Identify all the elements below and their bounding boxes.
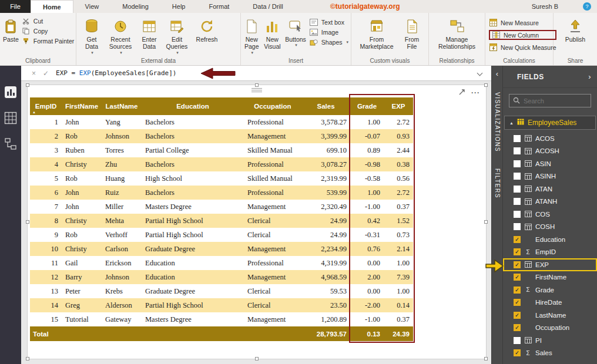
dax-formula[interactable]: EXP = EXP(EmployeeSales[Grade]) <box>56 69 176 77</box>
tab-file[interactable]: File <box>0 0 31 13</box>
formula-bar[interactable]: × ✓ EXP = EXP(EmployeeSales[Grade]) <box>21 66 491 81</box>
field-checkbox[interactable] <box>514 198 521 205</box>
column-header[interactable]: Grade <box>350 97 384 115</box>
resize-handle[interactable] <box>255 357 259 360</box>
table-visual-container[interactable]: ··· EmpID▲FirstNameLastNameEducationOccu… <box>27 85 487 359</box>
field-item-grade[interactable]: ✓ΣGrade <box>503 284 597 296</box>
field-item-acosh[interactable]: ACOSH <box>503 145 597 158</box>
copy-button[interactable]: Copy <box>22 28 74 35</box>
resize-handle[interactable] <box>26 357 29 360</box>
column-header[interactable]: Occupation <box>244 97 301 115</box>
field-checkbox[interactable]: ✓ <box>514 324 521 331</box>
tab-view[interactable]: View <box>73 0 111 13</box>
expander-icon[interactable]: ▲ <box>509 121 514 125</box>
new-column-button[interactable]: New Column <box>489 30 556 40</box>
shapes-button[interactable]: Shapes▾ <box>310 39 348 46</box>
visualizations-panel-label[interactable]: VISUALIZATIONS <box>494 92 501 152</box>
text-box-button[interactable]: Text box <box>310 19 348 26</box>
resize-handle[interactable] <box>26 83 29 87</box>
field-item-occupation[interactable]: ✓Occupation <box>503 322 597 335</box>
tab-help[interactable]: Help <box>160 0 197 13</box>
field-item-asin[interactable]: ASIN <box>503 157 597 170</box>
resize-handle[interactable] <box>484 83 488 87</box>
new-visual-button[interactable]: New Visual <box>263 16 281 51</box>
tab-data-drill[interactable]: Data / Drill <box>241 0 294 13</box>
manage-relationships-button[interactable]: Manage Relationships <box>433 16 481 51</box>
report-view-icon[interactable] <box>4 86 17 101</box>
field-item-empid[interactable]: ✓ΣEmpID <box>503 246 597 259</box>
new-page-button[interactable]: New Page▾ <box>243 16 260 56</box>
field-checkbox[interactable] <box>514 211 521 218</box>
resize-handle[interactable] <box>26 220 29 224</box>
buttons-button[interactable]: Buttons▾ <box>284 16 307 49</box>
field-checkbox[interactable] <box>514 147 521 154</box>
commit-icon[interactable]: ✓ <box>43 69 49 77</box>
column-header[interactable]: Sales <box>301 97 350 115</box>
field-item-exp[interactable]: ✓EXP <box>503 258 597 271</box>
field-checkbox[interactable]: ✓ <box>514 312 521 319</box>
expand-panel-icon[interactable]: ‹ <box>496 69 498 78</box>
field-item-atan[interactable]: ATAN <box>503 183 597 196</box>
publish-button[interactable]: Publish <box>561 16 589 43</box>
model-view-icon[interactable] <box>4 137 17 153</box>
field-item-sales[interactable]: ✓ΣSales <box>503 347 597 360</box>
from-marketplace-button[interactable]: From Marketplace <box>356 16 397 51</box>
field-checkbox[interactable]: ✓ <box>514 261 521 268</box>
field-checkbox[interactable] <box>514 173 521 180</box>
tab-home[interactable]: Home <box>31 0 73 13</box>
field-checkbox[interactable] <box>514 160 521 167</box>
field-checkbox[interactable]: ✓ <box>514 287 521 294</box>
resize-handle[interactable] <box>484 220 488 224</box>
refresh-button[interactable]: Refresh <box>194 16 220 43</box>
field-item-cos[interactable]: COS <box>503 208 597 221</box>
collapse-fields-icon[interactable]: › <box>588 72 591 81</box>
field-item-acos[interactable]: ACOS <box>503 132 597 145</box>
column-header[interactable]: Education <box>142 97 244 115</box>
tab-format[interactable]: Format <box>197 0 241 13</box>
field-item-pi[interactable]: PI <box>503 334 597 347</box>
drag-handle-icon[interactable] <box>251 87 262 93</box>
field-item-firstname[interactable]: ✓FirstName <box>503 271 597 284</box>
field-item-atanh[interactable]: ATANH <box>503 196 597 208</box>
get-data-button[interactable]: Get Data▾ <box>81 16 102 56</box>
chevron-down-icon[interactable] <box>477 70 483 76</box>
fields-table-employeesales[interactable]: ▲ EmployeeSales <box>504 116 596 130</box>
tab-modeling[interactable]: Modeling <box>110 0 160 13</box>
field-checkbox[interactable]: ✓ <box>514 349 521 356</box>
field-checkbox[interactable] <box>514 223 521 230</box>
column-header[interactable]: EmpID▲ <box>30 97 62 115</box>
enter-data-button[interactable]: Enter Data <box>139 16 160 51</box>
field-checkbox[interactable]: ✓ <box>514 299 521 306</box>
field-item-education[interactable]: ✓Education <box>503 233 597 246</box>
field-checkbox[interactable]: ✓ <box>514 248 521 255</box>
format-painter-button[interactable]: Format Painter <box>22 38 74 45</box>
field-checkbox[interactable]: ✓ <box>514 236 521 243</box>
recent-sources-button[interactable]: Recent Sources▾ <box>106 16 135 56</box>
signed-in-user[interactable]: Suresh B <box>532 0 558 13</box>
new-measure-button[interactable]: New Measure <box>489 19 556 26</box>
new-quick-measure-button[interactable]: New Quick Measure <box>489 43 556 51</box>
edit-queries-button[interactable]: Edit Queries▾ <box>164 16 190 56</box>
data-view-icon[interactable] <box>4 112 17 127</box>
column-header[interactable]: EXP <box>384 97 413 115</box>
column-header[interactable]: LastName <box>102 97 142 115</box>
resize-handle[interactable] <box>484 357 488 360</box>
paste-button[interactable]: Paste <box>2 16 19 43</box>
cancel-icon[interactable]: × <box>32 69 36 77</box>
search-input[interactable] <box>524 97 587 105</box>
field-item-cosh[interactable]: COSH <box>503 221 597 234</box>
cut-button[interactable]: Cut <box>22 18 74 25</box>
field-checkbox[interactable] <box>514 135 521 142</box>
filters-panel-label[interactable]: FILTERS <box>494 168 501 198</box>
field-item-hiredate[interactable]: ✓HireDate <box>503 296 597 309</box>
field-checkbox[interactable] <box>514 186 521 193</box>
more-options-icon[interactable]: ··· <box>471 89 480 96</box>
report-canvas[interactable]: ··· EmpID▲FirstNameLastNameEducationOccu… <box>21 81 491 364</box>
focus-mode-icon[interactable] <box>458 87 465 98</box>
image-button[interactable]: Image <box>310 29 348 36</box>
field-item-lastname[interactable]: ✓LastName <box>503 309 597 322</box>
help-icon[interactable]: ? <box>583 2 591 11</box>
field-checkbox[interactable] <box>514 337 521 344</box>
fields-search[interactable] <box>509 94 591 107</box>
column-header[interactable]: FirstName <box>62 97 102 115</box>
